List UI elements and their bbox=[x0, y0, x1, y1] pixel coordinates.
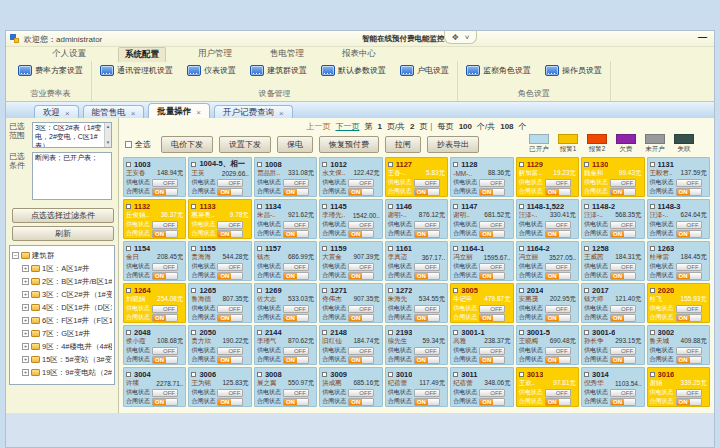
refresh-button[interactable]: 刷新 bbox=[12, 226, 114, 241]
meter-card[interactable]: 1129解加富..19.23元供电状态OFF合闸状态ON bbox=[516, 157, 579, 197]
status-toggle[interactable]: OFF bbox=[545, 389, 571, 397]
status-toggle[interactable]: OFF bbox=[610, 347, 636, 355]
meter-card[interactable]: 3001-6孙长争293.15元供电状态OFF合闸状态ON bbox=[581, 325, 644, 365]
expand-node-icon[interactable]: + bbox=[22, 317, 29, 324]
card-checkbox[interactable] bbox=[257, 288, 262, 293]
card-checkbox[interactable] bbox=[322, 288, 327, 293]
status-toggle[interactable]: OFF bbox=[348, 263, 374, 271]
meter-card[interactable]: 1272朱海先534.55元供电状态OFF合闸状态ON bbox=[385, 283, 448, 323]
tree-item-4[interactable]: +6区：F区1#井（F区1# bbox=[12, 314, 112, 327]
ribbon-button[interactable]: 默认参数设置 bbox=[319, 64, 388, 77]
status-toggle[interactable]: OFF bbox=[610, 389, 636, 397]
status-toggle[interactable]: OFF bbox=[152, 263, 178, 271]
restore-icon[interactable]: ✥ bbox=[452, 33, 459, 42]
status-toggle[interactable]: ON bbox=[152, 314, 178, 322]
ribbon-button[interactable]: 操作员设置 bbox=[543, 64, 604, 77]
status-toggle[interactable]: ON bbox=[545, 356, 571, 364]
card-checkbox[interactable] bbox=[322, 162, 327, 167]
status-toggle[interactable]: OFF bbox=[283, 305, 309, 313]
status-toggle[interactable]: OFF bbox=[217, 221, 243, 229]
toolbar-button-5[interactable]: 抄表导出 bbox=[427, 136, 479, 153]
card-checkbox[interactable] bbox=[388, 288, 393, 293]
expand-node-icon[interactable]: + bbox=[22, 291, 29, 298]
status-toggle[interactable]: OFF bbox=[348, 389, 374, 397]
expand-node-icon[interactable]: + bbox=[22, 356, 29, 363]
card-checkbox[interactable] bbox=[388, 330, 393, 335]
meter-card[interactable]: 3010纪蓓蕾117.49元供电状态OFF合闸状态ON bbox=[385, 367, 448, 407]
status-toggle[interactable]: OFF bbox=[610, 263, 636, 271]
status-toggle[interactable]: ON bbox=[283, 272, 309, 280]
ribbon-button[interactable]: 监察角色设置 bbox=[464, 64, 533, 77]
status-toggle[interactable]: OFF bbox=[283, 389, 309, 397]
status-toggle[interactable]: OFF bbox=[545, 179, 571, 187]
meter-card[interactable]: 3011纪蓓蕾348.06元供电状态OFF合闸状态ON bbox=[450, 367, 513, 407]
status-toggle[interactable]: ON bbox=[217, 314, 243, 322]
meter-card[interactable]: 1134朱昌-..921.62元供电状态OFF合闸状态ON bbox=[254, 199, 317, 239]
status-toggle[interactable]: ON bbox=[610, 314, 636, 322]
meter-card[interactable]: 1258王威茜184.31元供电状态OFF合闸状态ON bbox=[581, 241, 644, 281]
status-toggle[interactable]: ON bbox=[152, 188, 178, 196]
expand-node-icon[interactable]: + bbox=[22, 369, 29, 376]
meter-card[interactable]: 1161李真迈367.17..供电状态OFF合闸状态ON bbox=[385, 241, 448, 281]
meter-card[interactable]: 3004许臻2278.71..供电状态OFF合闸状态ON bbox=[123, 367, 186, 407]
status-toggle[interactable]: ON bbox=[348, 356, 374, 364]
meter-card[interactable]: 3001-5王晓梅690.48元供电状态OFF合闸状态ON bbox=[516, 325, 579, 365]
card-checkbox[interactable] bbox=[257, 372, 262, 377]
minimize-icon[interactable]: — bbox=[698, 32, 707, 42]
ribbon-button[interactable]: 建筑群设置 bbox=[248, 64, 309, 77]
card-checkbox[interactable] bbox=[126, 372, 131, 377]
status-toggle[interactable]: ON bbox=[217, 272, 243, 280]
meter-card[interactable]: 1148-2汪泽-..568.35元供电状态OFF合闸状态ON bbox=[581, 199, 644, 239]
meter-card[interactable]: 3008展之翼550.97元供电状态OFF合闸状态ON bbox=[254, 367, 317, 407]
status-toggle[interactable]: OFF bbox=[479, 389, 505, 397]
ribbon-button[interactable]: 户电设置 bbox=[398, 64, 451, 77]
status-toggle[interactable]: OFF bbox=[610, 305, 636, 313]
close-tab-icon[interactable]: × bbox=[279, 109, 284, 118]
status-toggle[interactable]: ON bbox=[348, 188, 374, 196]
card-checkbox[interactable] bbox=[191, 372, 196, 377]
condition-box[interactable]: 断闸表；已开户表； bbox=[32, 152, 112, 200]
status-toggle[interactable]: ON bbox=[676, 272, 702, 280]
toolbar-button-1[interactable]: 设置下发 bbox=[219, 136, 271, 153]
card-checkbox[interactable] bbox=[650, 372, 655, 377]
status-toggle[interactable]: ON bbox=[217, 356, 243, 364]
status-toggle[interactable]: OFF bbox=[217, 347, 243, 355]
card-checkbox[interactable] bbox=[388, 246, 393, 251]
status-toggle[interactable]: OFF bbox=[676, 263, 702, 271]
card-checkbox[interactable] bbox=[650, 246, 655, 251]
meter-card[interactable]: 3006王为铭125.83元供电状态OFF合闸状态ON bbox=[188, 367, 251, 407]
tree-item-3[interactable]: +4区：D区1#井（D区1 bbox=[12, 301, 112, 314]
filter-button[interactable]: 点选选择过滤条件 bbox=[12, 208, 114, 223]
tree-item-5[interactable]: +7区：G区1#井 bbox=[12, 327, 112, 340]
status-toggle[interactable]: OFF bbox=[348, 179, 374, 187]
status-toggle[interactable]: OFF bbox=[676, 389, 702, 397]
card-checkbox[interactable] bbox=[584, 288, 589, 293]
meter-card[interactable]: 2050贵方欣190.22元供电状态OFF合闸状态ON bbox=[188, 325, 251, 365]
meter-card[interactable]: 1130魏金和99.43元供电状态OFF合闸状态ON bbox=[581, 157, 644, 197]
meter-card[interactable]: 3013王欢..97.81元供电状态OFF合闸状态ON bbox=[516, 367, 579, 407]
scroll-down-icon[interactable]: ▼ bbox=[106, 140, 110, 146]
meter-card[interactable]: 3002鲁天城409.88元供电状态OFF合闸状态ON bbox=[647, 325, 710, 365]
status-toggle[interactable]: OFF bbox=[610, 221, 636, 229]
next-page-link[interactable]: 下一页 bbox=[335, 121, 359, 132]
meter-card[interactable]: 1264刘晓娟254.08元供电状态OFF合闸状态ON bbox=[123, 283, 186, 323]
meter-card[interactable]: 2017钱大师121.40元供电状态OFF合闸状态ON bbox=[581, 283, 644, 323]
meter-card[interactable]: 1164-2冯立丽3527.05..供电状态OFF合闸状态ON bbox=[516, 241, 579, 281]
status-toggle[interactable]: ON bbox=[610, 188, 636, 196]
status-toggle[interactable]: ON bbox=[283, 356, 309, 364]
toolbar-button-4[interactable]: 拉闸 bbox=[385, 136, 421, 153]
select-all-checkbox[interactable] bbox=[125, 141, 132, 148]
card-checkbox[interactable] bbox=[650, 330, 655, 335]
status-toggle[interactable]: ON bbox=[479, 188, 505, 196]
status-toggle[interactable]: ON bbox=[348, 230, 374, 238]
card-checkbox[interactable] bbox=[191, 246, 196, 251]
meter-card[interactable]: 1003王安春148.94元供电状态OFF合闸状态ON bbox=[123, 157, 186, 197]
status-toggle[interactable]: OFF bbox=[348, 347, 374, 355]
close-tab-icon[interactable]: × bbox=[196, 108, 201, 117]
status-toggle[interactable]: ON bbox=[676, 314, 702, 322]
status-toggle[interactable]: OFF bbox=[152, 389, 178, 397]
tree-item-6[interactable]: +9区：4#楼电井（4#楼 bbox=[12, 340, 112, 353]
card-checkbox[interactable] bbox=[519, 204, 524, 209]
tree-item-0[interactable]: +1区：A区1#井 bbox=[12, 262, 112, 275]
prev-page-link[interactable]: 上一页 bbox=[306, 121, 330, 132]
